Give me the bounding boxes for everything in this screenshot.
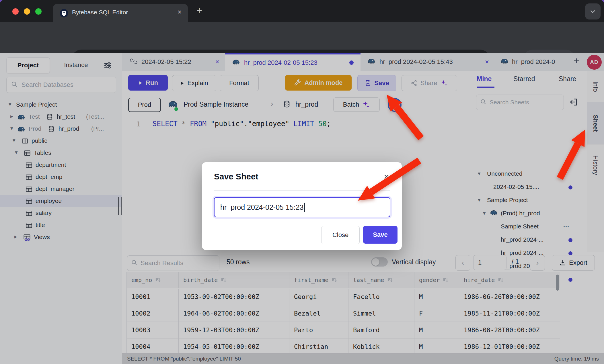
sheet-name-input[interactable]: hr_prod 2024-02-05 15:23: [214, 197, 390, 217]
modal-divider: [214, 190, 390, 191]
browser-navbar: ← → ↻ localhost:8080/sql-editor/prod-sam…: [0, 22, 604, 53]
modal-save-button[interactable]: Save: [363, 226, 398, 244]
chevron-down-icon: [590, 8, 596, 15]
close-tab-icon[interactable]: ×: [178, 8, 182, 16]
modal-close-button[interactable]: Close: [321, 226, 360, 244]
new-tab-button[interactable]: +: [196, 5, 202, 16]
browser-tab-title: Bytebase SQL Editor: [72, 9, 128, 16]
save-sheet-modal: Save Sheet × hr_prod 2024-02-05 15:23 Cl…: [202, 162, 402, 250]
bytebase-favicon-icon: [59, 9, 69, 19]
close-window-button[interactable]: [12, 8, 19, 15]
zoom-window-button[interactable]: [35, 8, 42, 15]
minimize-window-button[interactable]: [24, 8, 30, 15]
text-cursor: [304, 203, 305, 212]
close-icon[interactable]: ×: [384, 171, 389, 182]
browser-tab[interactable]: Bytebase SQL Editor ×: [53, 4, 188, 22]
modal-title: Save Sheet: [214, 172, 258, 181]
browser-tab-strip: Bytebase SQL Editor × +: [0, 0, 604, 22]
sheet-name-value: hr_prod 2024-02-05 15:23: [220, 203, 304, 212]
tab-search-button[interactable]: [585, 3, 601, 19]
